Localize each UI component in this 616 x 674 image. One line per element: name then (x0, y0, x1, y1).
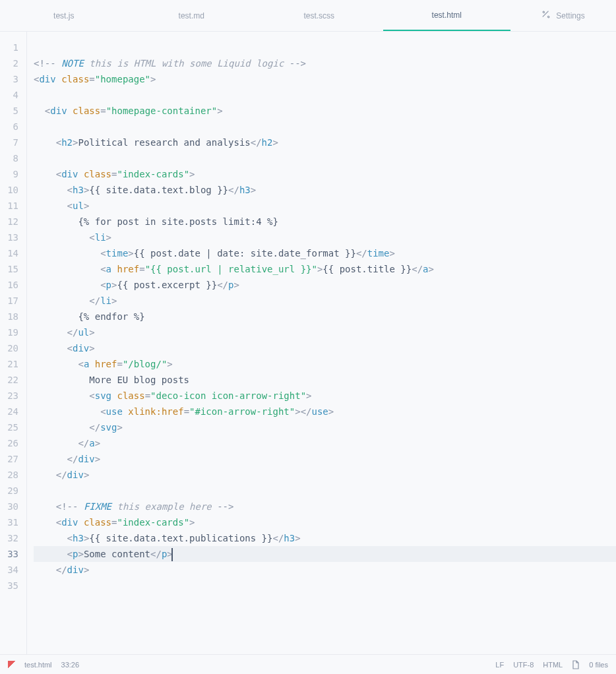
file-icon (572, 660, 580, 669)
svg-point-1 (548, 16, 549, 17)
status-cursor-position[interactable]: 33:26 (61, 661, 80, 669)
tab-label: test.md (179, 11, 204, 20)
status-language[interactable]: HTML (543, 661, 563, 669)
settings-icon (541, 10, 551, 21)
tab-bar: test.js test.md test.scss test.html Sett… (0, 0, 616, 32)
tab-settings[interactable]: Settings (510, 0, 616, 31)
status-filename[interactable]: test.html (24, 661, 52, 669)
line-number-gutter: 1234567891011121314151617181920212223242… (0, 32, 26, 654)
status-bar: test.html 33:26 LF UTF-8 HTML 0 files (0, 654, 616, 674)
tab-test-js[interactable]: test.js (0, 0, 128, 31)
tab-test-html[interactable]: test.html (383, 0, 511, 31)
code-area[interactable]: <!-- NOTE this is HTML with some Liquid … (26, 32, 616, 654)
tab-label: test.js (53, 11, 74, 20)
settings-label: Settings (556, 11, 584, 20)
status-line-ending[interactable]: LF (495, 661, 504, 669)
modified-indicator-icon (8, 661, 15, 668)
tab-test-md[interactable]: test.md (128, 0, 256, 31)
tab-label: test.html (432, 11, 462, 20)
svg-point-0 (543, 11, 545, 13)
status-file-count[interactable]: 0 files (589, 661, 608, 669)
status-encoding[interactable]: UTF-8 (513, 661, 534, 669)
tab-test-scss[interactable]: test.scss (255, 0, 383, 31)
editor: 1234567891011121314151617181920212223242… (0, 32, 616, 654)
tab-label: test.scss (303, 11, 334, 20)
